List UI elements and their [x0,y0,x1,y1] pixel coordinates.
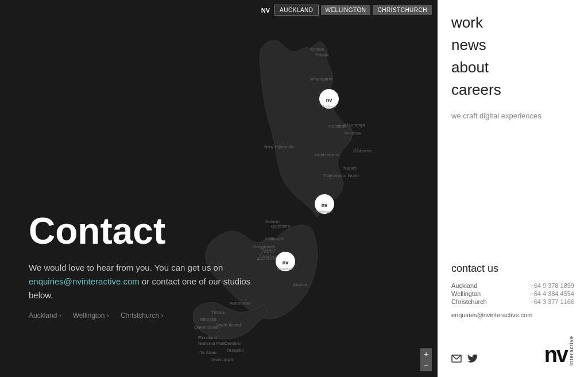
zoom-in-btn[interactable]: + [420,348,432,360]
nav-news[interactable]: news [451,34,574,56]
wellington-phone: +64 4 384 4554 [506,290,574,298]
auckland-btn[interactable]: AUCKLAND [274,5,318,16]
table-row: Auckland +64 9 378 1899 [451,282,574,290]
new-plymouth-label: New Plymouth [264,144,294,149]
map-area: NV AUCKLAND WELLINGTON CHRISTCHURCH Kait… [0,0,438,377]
nz-map-svg: Kaitaia Paihia Whangarei Hamilton oTaura… [0,0,438,377]
studio-links: Auckland Wellington Christchurch [29,311,258,320]
sidebar-footer: nv interactive [451,333,574,366]
nav-work[interactable]: work [451,11,574,34]
svg-text:nv: nv [326,97,332,103]
contact-us-section: contact us Auckland +64 9 378 1899 Welli… [451,251,574,328]
location-bar: NV AUCKLAND WELLINGTON CHRISTCHURCH [261,5,432,16]
christchurch-city: Christchurch [451,298,506,306]
contact-title: Contact [29,213,258,249]
tagline: we craft digital experiences [451,110,574,122]
gisborne-label: Gisborne [353,148,372,153]
nv-brand: nv interactive [544,333,574,366]
blenheim-label: Blenheim [271,224,291,229]
brand-sub: interactive [568,333,574,366]
sidebar: work news about careers we craft digital… [438,0,588,377]
invercargill-label: Invercargill [211,357,234,362]
svg-text:nv: nv [283,260,289,266]
otauranga-label: oTauranga [343,122,365,128]
nav-careers[interactable]: careers [451,79,574,101]
svg-text:Auckland: Auckland [322,105,336,108]
contact-content: Contact We would love to hear from you. … [29,213,258,320]
wellington-btn[interactable]: WELLINGTON [321,5,371,15]
fiordland-label: Fiordland [198,335,217,340]
paihia-label: Paihia [316,52,329,57]
national-park-label: National Park [198,341,226,346]
christchurch-btn[interactable]: CHRISTCHURCH [373,5,432,15]
svg-text:nv: nv [322,202,328,208]
wellington-studio-link[interactable]: Wellington [73,311,109,320]
napier-label: Napier [343,166,357,171]
auckland-phone: +64 9 378 1899 [506,282,574,290]
oamaru-label: Oamaru [224,341,241,346]
twitter-icon[interactable] [467,354,478,366]
christchurch-phone: +64 3 377 1166 [506,298,574,306]
whangarei-label: Whangarei [310,76,332,82]
zoom-out-btn[interactable]: − [420,360,432,371]
nav-about[interactable]: about [451,56,574,79]
akaroa-label: Akaroa [293,282,308,287]
wellington-city: Wellington [451,290,506,298]
rotorua-label: Rotorua [345,130,361,136]
dunedin-label: Dunedin [227,348,244,353]
mail-icon[interactable] [451,355,462,365]
brand-letters: nv [544,344,567,366]
zoom-controls: + − [420,348,432,371]
kaikoura-label: Kaikoura [265,236,284,241]
nv-logo-small: NV [261,7,270,14]
north-island-label: North Island [315,152,339,157]
contact-email-link[interactable]: enquiries@nvinteractive.com [29,276,140,286]
nav-menu: work news about careers [451,11,574,101]
auckland-city: Auckland [451,282,506,290]
palmerston-north-label: Palmerston North [323,173,359,178]
auckland-studio-link[interactable]: Auckland [29,311,61,320]
social-icons [451,354,478,366]
contact-description: We would love to hear from you. You can … [29,261,258,302]
contact-us-title: contact us [451,263,574,275]
svg-text:Christchurch: Christchurch [277,267,293,271]
table-row: Christchurch +64 3 377 1166 [451,298,574,306]
christchurch-studio-link[interactable]: Christchurch [121,311,164,320]
svg-text:Wellington: Wellington [316,210,332,213]
contact-us-email[interactable]: enquiries@nvinteractive.com [451,311,574,318]
contact-table: Auckland +64 9 378 1899 Wellington +64 4… [451,282,574,306]
te-anau-label: Te Anau [200,350,216,355]
south-island-label: South Island [215,322,241,328]
table-row: Wellington +64 4 384 4554 [451,290,574,298]
kaitaia-label: Kaitaia [310,47,324,52]
